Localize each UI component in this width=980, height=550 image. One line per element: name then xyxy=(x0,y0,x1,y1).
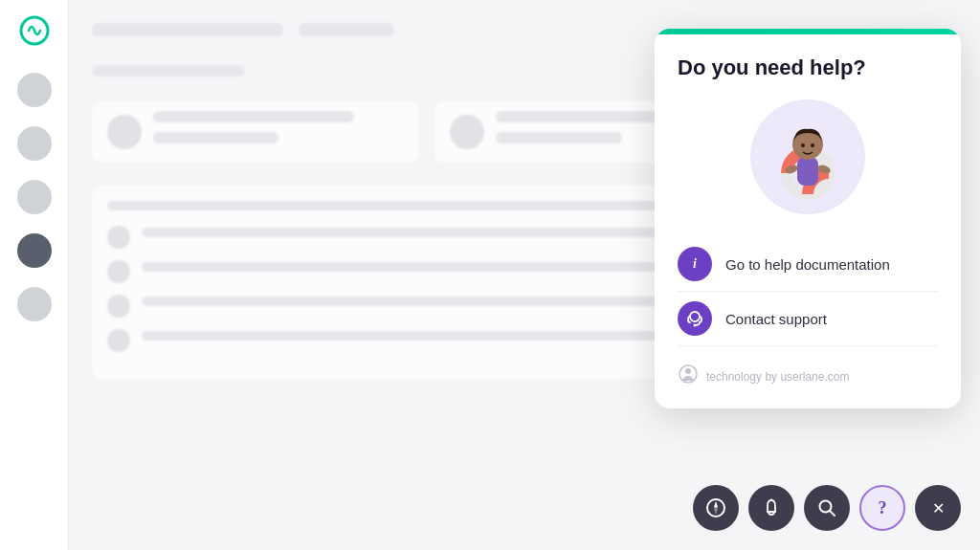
bell-icon xyxy=(762,498,781,517)
sidebar-item-2[interactable] xyxy=(17,126,52,161)
help-doc-label: Go to help documentation xyxy=(725,256,890,273)
svg-marker-15 xyxy=(714,507,718,515)
sidebar-logo xyxy=(19,15,50,46)
bottom-toolbar: ? ✕ xyxy=(693,485,961,531)
sidebar-item-1[interactable] xyxy=(17,73,52,107)
help-documentation-item[interactable]: i Go to help documentation xyxy=(678,237,938,292)
svg-line-18 xyxy=(830,511,835,516)
sidebar-item-5[interactable] xyxy=(17,287,52,321)
svg-point-7 xyxy=(801,143,805,147)
help-illustration xyxy=(678,99,938,214)
notifications-button[interactable] xyxy=(748,485,794,531)
search-icon xyxy=(817,498,836,517)
contact-support-label: Contact support xyxy=(725,311,827,327)
sidebar-item-3[interactable] xyxy=(17,180,52,214)
close-button[interactable]: ✕ xyxy=(915,485,961,531)
help-title: Do you need help? xyxy=(678,55,938,80)
userlane-logo-icon xyxy=(678,363,699,385)
illustration-circle xyxy=(750,99,865,214)
support-icon xyxy=(678,301,712,336)
help-footer: technology by userlane.com xyxy=(678,360,938,389)
sidebar-item-4[interactable] xyxy=(17,233,52,268)
help-button[interactable]: ? xyxy=(859,485,905,531)
contact-support-item[interactable]: Contact support xyxy=(678,292,938,346)
info-icon: i xyxy=(678,247,712,281)
userlane-logo xyxy=(678,363,699,389)
search-button[interactable] xyxy=(804,485,850,531)
popup-top-bar xyxy=(655,29,961,34)
svg-point-8 xyxy=(811,143,814,147)
headset-icon xyxy=(685,309,704,328)
svg-point-10 xyxy=(694,324,697,327)
svg-point-9 xyxy=(690,312,700,321)
help-popup: Do you need help? xyxy=(655,29,961,408)
close-icon: ✕ xyxy=(932,499,945,517)
compass-icon xyxy=(705,497,726,518)
person-illustration xyxy=(755,104,860,209)
svg-rect-3 xyxy=(797,157,818,186)
navigate-button[interactable] xyxy=(693,485,739,531)
question-mark-icon: ? xyxy=(879,498,887,518)
footer-text: technology by userlane.com xyxy=(706,370,849,384)
sidebar xyxy=(0,0,69,550)
svg-point-12 xyxy=(685,368,691,374)
